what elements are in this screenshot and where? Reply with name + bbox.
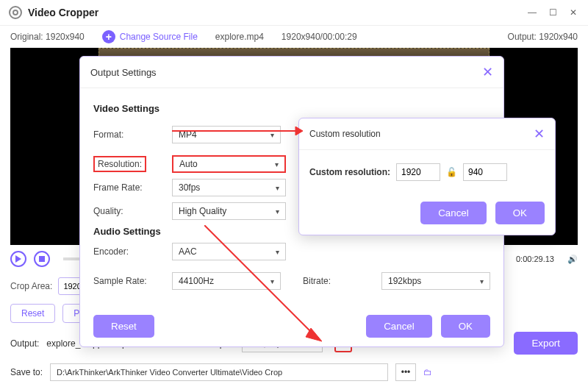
- dialog-close-icon[interactable]: ✕: [482, 64, 493, 80]
- framerate-label: Frame Rate:: [93, 182, 163, 193]
- save-path-field[interactable]: D:\ArkThinker\ArkThinker Video Converter…: [50, 363, 388, 381]
- plus-icon: +: [102, 30, 115, 43]
- info-bar: Original: 1920x940 + Change Source File …: [0, 26, 588, 48]
- dialog-cancel-button[interactable]: Cancel: [366, 315, 432, 338]
- time-total: 0:00:29.13: [516, 255, 554, 263]
- minimize-button[interactable]: —: [526, 7, 538, 18]
- save-row: Save to: D:\ArkThinker\ArkThinker Video …: [0, 359, 588, 384]
- format-label: Format:: [93, 129, 163, 140]
- quality-label: Quality:: [93, 206, 163, 216]
- app-title: Video Cropper: [28, 7, 98, 18]
- format-select[interactable]: MP4▾: [172, 126, 281, 143]
- resolution-label: Resolution:: [93, 156, 163, 172]
- video-settings-heading: Video Settings: [93, 103, 490, 114]
- chevron-down-icon: ▾: [276, 207, 279, 216]
- quality-select[interactable]: High Quality▾: [172, 202, 286, 220]
- title-bar: Video Cropper — ☐ ✕: [0, 0, 588, 26]
- play-button[interactable]: [10, 251, 26, 267]
- dialog-ok-button[interactable]: OK: [441, 315, 490, 338]
- resolution-select[interactable]: Auto▾: [172, 155, 286, 173]
- popup-title: Custom resolution: [309, 129, 381, 139]
- framerate-select[interactable]: 30fps▾: [172, 179, 286, 196]
- chevron-down-icon: ▾: [276, 184, 279, 192]
- audio-encoder-label: Encoder:: [93, 246, 163, 257]
- maximize-button[interactable]: ☐: [547, 7, 559, 18]
- svg-rect-1: [39, 256, 45, 262]
- custom-width-input[interactable]: [396, 163, 440, 181]
- reset-button[interactable]: Reset: [10, 304, 55, 323]
- chevron-down-icon: ▾: [480, 277, 484, 285]
- chevron-down-icon: ▾: [270, 277, 274, 285]
- popup-ok-button[interactable]: OK: [495, 202, 545, 224]
- unlock-aspect-icon[interactable]: 🔓: [446, 167, 457, 177]
- open-folder-icon[interactable]: 🗀: [423, 367, 432, 377]
- close-window-button[interactable]: ✕: [567, 7, 579, 18]
- original-size-label: Original: 1920x940: [10, 32, 85, 42]
- dialog-reset-button[interactable]: Reset: [93, 315, 154, 338]
- svg-marker-0: [15, 255, 21, 263]
- dialog-title: Output Settings: [90, 67, 157, 78]
- sample-rate-label: Sample Rate:: [93, 276, 163, 286]
- chevron-down-icon: ▾: [276, 248, 279, 256]
- app-logo-icon: [9, 6, 22, 19]
- sample-rate-select[interactable]: 44100Hz▾: [172, 272, 281, 290]
- chevron-down-icon: ▾: [275, 160, 279, 168]
- volume-icon[interactable]: 🔊: [567, 255, 578, 264]
- crop-area-label: Crop Area:: [10, 281, 52, 291]
- stop-button[interactable]: [34, 251, 50, 267]
- custom-resolution-label: Custom resolution:: [309, 167, 390, 177]
- popup-cancel-button[interactable]: Cancel: [420, 202, 487, 224]
- chevron-down-icon: ▾: [270, 131, 274, 139]
- output-size-label: Output: 1920x940: [508, 32, 578, 42]
- save-to-label: Save to:: [10, 367, 43, 377]
- browse-more-button[interactable]: •••: [395, 363, 416, 381]
- playhead-info: 1920x940/00:00:29: [282, 32, 357, 42]
- custom-height-input[interactable]: [463, 163, 507, 181]
- bitrate-label: Bitrate:: [303, 276, 373, 286]
- change-source-button[interactable]: + Change Source File: [102, 30, 198, 43]
- output-file-label: Output:: [10, 338, 39, 349]
- audio-encoder-select[interactable]: AAC▾: [172, 243, 286, 260]
- file-name: explore.mp4: [215, 32, 264, 42]
- custom-resolution-popup: Custom resolution ✕ Custom resolution: 🔓…: [298, 118, 556, 235]
- bitrate-select[interactable]: 192kbps▾: [381, 272, 490, 290]
- export-button[interactable]: Export: [514, 332, 578, 355]
- popup-close-icon[interactable]: ✕: [534, 126, 545, 142]
